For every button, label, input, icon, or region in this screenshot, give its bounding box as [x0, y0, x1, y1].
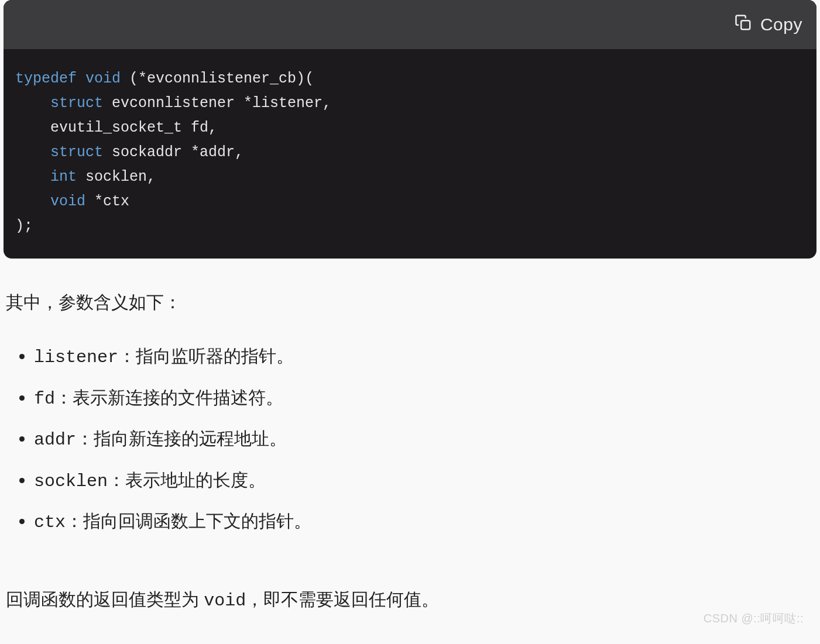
code-header: Copy — [4, 0, 816, 49]
list-item: ctx：指向回调函数上下文的指针。 — [34, 505, 814, 539]
param-desc: ：表示地址的长度。 — [108, 470, 266, 490]
copy-button[interactable]: Copy — [735, 14, 802, 36]
param-desc: ：指向新连接的远程地址。 — [76, 429, 287, 448]
list-item: listener：指向监听器的指针。 — [34, 340, 814, 374]
param-name: fd — [34, 389, 55, 409]
param-desc: ：表示新连接的文件描述符。 — [55, 388, 283, 407]
code-content: typedef void (*evconnlistener_cb)( struc… — [15, 67, 805, 239]
param-name: socklen — [34, 471, 108, 491]
article-content: 其中，参数含义如下： listener：指向监听器的指针。 fd：表示新连接的文… — [0, 259, 820, 614]
return-text: 回调函数的返回值类型为 void，即不需要返回任何值。 — [6, 586, 814, 614]
param-desc: ：指向监听器的指针。 — [118, 346, 294, 366]
code-block: Copy typedef void (*evconnlistener_cb)( … — [4, 0, 816, 259]
code-body: typedef void (*evconnlistener_cb)( struc… — [4, 49, 816, 259]
copy-icon — [735, 14, 752, 36]
param-name: addr — [34, 430, 76, 450]
param-desc: ：指向回调函数上下文的指针。 — [66, 511, 311, 531]
list-item: addr：指向新连接的远程地址。 — [34, 422, 814, 457]
list-item: fd：表示新连接的文件描述符。 — [34, 381, 814, 416]
param-name: listener — [34, 347, 118, 367]
svg-rect-0 — [741, 20, 750, 29]
intro-text: 其中，参数含义如下： — [6, 289, 814, 315]
param-list: listener：指向监听器的指针。 fd：表示新连接的文件描述符。 addr：… — [34, 340, 814, 539]
list-item: socklen：表示地址的长度。 — [34, 464, 814, 498]
copy-label: Copy — [760, 15, 802, 35]
param-name: ctx — [34, 512, 66, 532]
